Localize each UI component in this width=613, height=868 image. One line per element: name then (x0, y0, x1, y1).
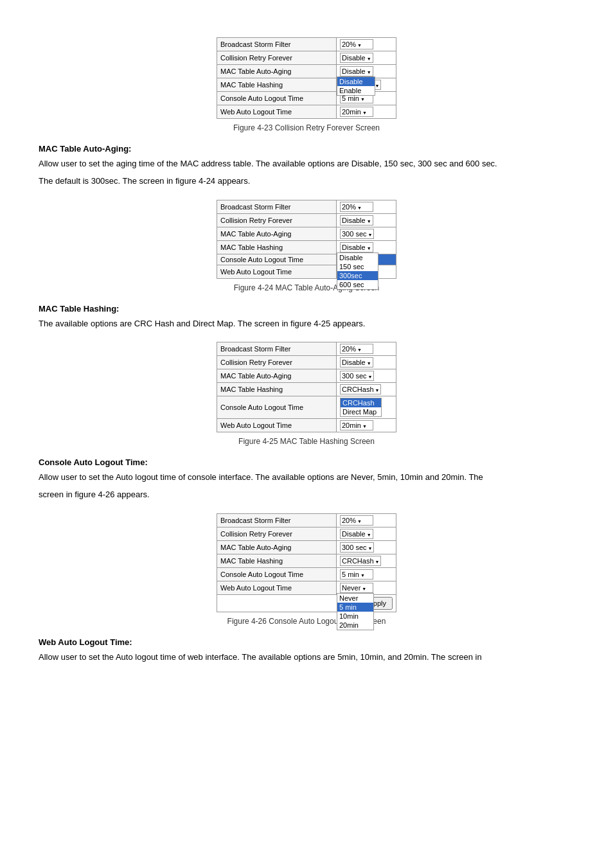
value-collision-retry: Disable (337, 51, 396, 65)
value-mac-hashing: CRCHash (337, 383, 396, 396)
label-mac-auto-aging: MAC Table Auto-Aging (217, 227, 337, 240)
mac-hashing-heading: MAC Table Hashing: (39, 304, 574, 314)
dropdown-list-hash-25: CRCHash Direct Map (340, 398, 382, 417)
option-600sec[interactable]: 600 sec (337, 280, 378, 289)
web-logout-heading: Web Auto Logout Time: (39, 637, 574, 647)
table-row: MAC Table Auto-Aging Disable Disable Ena… (217, 65, 396, 78)
label-collision-retry: Collision Retry Forever (217, 527, 337, 540)
value-console-logout: 5 min (337, 567, 396, 581)
dropdown-collision-retry-25[interactable]: Disable (340, 357, 373, 368)
option-150sec[interactable]: 150 sec (337, 262, 378, 271)
settings-table-fig26: Broadcast Storm Filter 20% Collision Ret… (217, 513, 396, 612)
table-row: MAC Table Hashing CRCHash (217, 554, 396, 567)
dropdown-mac-hashing-25[interactable]: CRCHash (340, 384, 381, 394)
table-row: Web Auto Logout Time 20min (217, 105, 396, 119)
figure-25-container: Broadcast Storm Filter 20% Collision Ret… (39, 342, 574, 446)
table-row: Web Auto Logout Time 20min (217, 419, 396, 432)
label-mac-auto-aging: MAC Table Auto-Aging (217, 540, 337, 554)
label-mac-hashing: MAC Table Hashing (217, 554, 337, 567)
dropdown-web-logout-25[interactable]: 20min (340, 420, 373, 430)
dropdown-console-logout-26[interactable]: 5 min (340, 569, 373, 580)
mac-auto-aging-heading: MAC Table Auto-Aging: (39, 144, 574, 154)
figure-24-container: Broadcast Storm Filter 20% Collision Ret… (39, 200, 574, 292)
mac-auto-aging-body1: Allow user to set the aging time of the … (39, 157, 574, 171)
table-row: Broadcast Storm Filter 20% (217, 513, 396, 527)
table-row: MAC Table Hashing Disable Disable 150 se… (217, 240, 396, 254)
option-5min[interactable]: 5 min (337, 603, 373, 612)
table-row: MAC Table Auto-Aging 300 sec (217, 369, 396, 383)
value-collision-retry: Disable (337, 213, 396, 227)
dropdown-broadcast-storm-26[interactable]: 20% (340, 515, 373, 526)
table-row: MAC Table Hashing CRCHash (217, 383, 396, 396)
dropdown-broadcast-storm-24[interactable]: 20% (340, 202, 373, 212)
table-row: MAC Table Auto-Aging 300 sec (217, 540, 396, 554)
table-row: Collision Retry Forever Disable (217, 51, 396, 65)
value-web-logout: Never Never 5 min 10min 20min (337, 581, 396, 594)
settings-table-fig23: Broadcast Storm Filter 20% Collision Ret… (217, 37, 396, 119)
table-row: MAC Table Auto-Aging 300 sec (217, 227, 396, 240)
label-broadcast-storm: Broadcast Storm Filter (217, 38, 337, 51)
option-crchash[interactable]: CRCHash (341, 398, 381, 407)
label-web-logout: Web Auto Logout Time (217, 265, 337, 278)
dropdown-mac-auto-aging-25[interactable]: 300 sec (340, 371, 374, 381)
settings-table-fig25: Broadcast Storm Filter 20% Collision Ret… (217, 342, 396, 432)
dropdown-web-logout[interactable]: 20min (340, 107, 373, 117)
label-collision-retry: Collision Retry Forever (217, 356, 337, 369)
label-mac-hashing: MAC Table Hashing (217, 78, 337, 92)
section-console-logout: Console Auto Logout Time: Allow user to … (39, 457, 574, 502)
figure-caption-23: Figure 4-23 Collision Retry Forever Scre… (233, 123, 380, 132)
option-20min[interactable]: 20min (337, 621, 373, 630)
dropdown-collision-retry-24[interactable]: Disable (340, 215, 373, 226)
figure-caption-25: Figure 4-25 MAC Table Hashing Screen (238, 437, 375, 446)
option-300sec[interactable]: 300sec (337, 271, 378, 280)
label-broadcast-storm: Broadcast Storm Filter (217, 200, 337, 213)
label-broadcast-storm: Broadcast Storm Filter (217, 342, 337, 356)
figure-26-container: Broadcast Storm Filter 20% Collision Ret… (39, 513, 574, 626)
dropdown-list-web-26: Never 5 min 10min 20min (337, 593, 374, 630)
label-console-logout: Console Auto Logout Time (217, 396, 337, 419)
table-row: Collision Retry Forever Disable (217, 213, 396, 227)
value-broadcast-storm: 20% (337, 342, 396, 356)
table-row: Broadcast Storm Filter 20% (217, 200, 396, 213)
dropdown-mac-auto-aging-24[interactable]: 300 sec (340, 229, 374, 239)
label-console-logout: Console Auto Logout Time (217, 254, 337, 265)
label-web-logout: Web Auto Logout Time (217, 419, 337, 432)
value-web-logout: 20min (337, 105, 396, 119)
value-console-logout: CRCHash Direct Map (337, 396, 396, 419)
dropdown-web-logout-26[interactable]: Never (340, 583, 373, 593)
section-web-logout: Web Auto Logout Time: Allow user to set … (39, 637, 574, 664)
value-broadcast-storm: 20% (337, 200, 396, 213)
value-mac-hashing: CRCHash (337, 554, 396, 567)
dropdown-collision-retry-26[interactable]: Disable (340, 529, 373, 539)
option-disable[interactable]: Disable (337, 253, 378, 262)
table-row: Console Auto Logout Time 5 min (217, 567, 396, 581)
label-console-logout: Console Auto Logout Time (217, 92, 337, 105)
dropdown-mac-auto-aging[interactable]: Disable (340, 66, 373, 76)
dropdown-broadcast-storm-25[interactable]: 20% (340, 344, 373, 354)
value-web-logout: 20min (337, 419, 396, 432)
mac-hashing-body1: The available options are CRC Hash and D… (39, 317, 574, 331)
option-directmap[interactable]: Direct Map (341, 407, 381, 416)
value-mac-auto-aging: 300 sec (337, 369, 396, 383)
label-mac-auto-aging: MAC Table Auto-Aging (217, 65, 337, 78)
option-enable[interactable]: Enable (337, 86, 375, 95)
web-logout-body1: Allow user to set the Auto logout time o… (39, 651, 574, 664)
label-mac-hashing: MAC Table Hashing (217, 240, 337, 254)
value-mac-auto-aging: Disable Disable Enable (337, 65, 396, 78)
console-logout-heading: Console Auto Logout Time: (39, 457, 574, 467)
value-collision-retry: Disable (337, 356, 396, 369)
dropdown-collision-retry[interactable]: Disable (340, 53, 373, 63)
option-10min[interactable]: 10min (337, 612, 373, 621)
dropdown-mac-hashing-26[interactable]: CRCHash (340, 556, 381, 566)
dropdown-mac-hashing-24[interactable]: Disable (340, 242, 373, 252)
dropdown-broadcast-storm[interactable]: 20% (340, 39, 373, 49)
label-console-logout: Console Auto Logout Time (217, 567, 337, 581)
value-mac-auto-aging: 300 sec (337, 540, 396, 554)
dropdown-mac-auto-aging-26[interactable]: 300 sec (340, 542, 374, 553)
option-disable[interactable]: Disable (337, 77, 375, 86)
label-collision-retry: Collision Retry Forever (217, 51, 337, 65)
value-mac-auto-aging: 300 sec (337, 227, 396, 240)
value-broadcast-storm: 20% (337, 38, 396, 51)
option-never[interactable]: Never (337, 594, 373, 603)
settings-table-fig24: Broadcast Storm Filter 20% Collision Ret… (217, 200, 396, 279)
